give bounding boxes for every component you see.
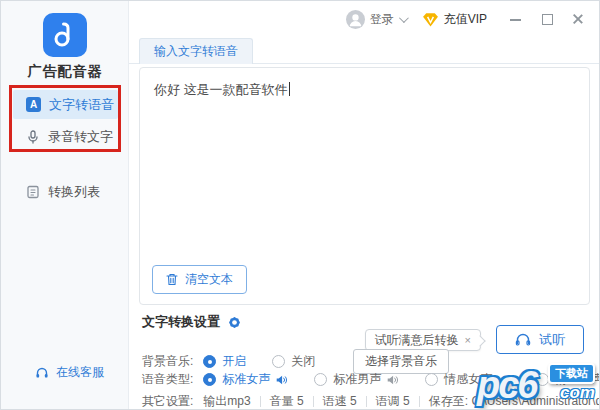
- tone-value: 语调 5: [376, 393, 410, 410]
- voice-type-row: 语音类型: 标准女声 标准男声 情感女声 情感男声: [142, 371, 600, 388]
- text-to-speech-icon: A: [26, 97, 41, 112]
- radio-standard-female[interactable]: [203, 373, 216, 386]
- speaker-icon[interactable]: [386, 374, 399, 386]
- titlebar: 登录 充值VIP: [129, 1, 599, 37]
- radio-emotional-male[interactable]: [536, 373, 549, 386]
- bgm-on-option[interactable]: 开启: [203, 353, 246, 370]
- settings-title: 文字转换设置: [142, 313, 242, 331]
- output-format-value: 输出mp3: [203, 393, 250, 410]
- text-caret: [289, 82, 290, 96]
- other-settings-row: 其它设置: 输出mp3 音量 5 语速 5 语调 5 保存至: C:\Users…: [142, 393, 600, 410]
- listen-label: 试听: [539, 331, 565, 349]
- sidebar-item-speech-to-text[interactable]: 录音转文字: [13, 122, 118, 151]
- listen-button[interactable]: 试听: [496, 325, 584, 354]
- close-icon[interactable]: [571, 12, 585, 26]
- vip-diamond-icon: [422, 12, 439, 27]
- clear-text-button[interactable]: 清空文本: [152, 265, 247, 294]
- vip-label: 充值VIP: [444, 11, 487, 28]
- voice-option-emotional-female[interactable]: 情感女声: [425, 371, 510, 388]
- login-label: 登录: [370, 11, 394, 28]
- conversion-list-icon: [26, 185, 40, 199]
- sidebar: 广告配音器 A 文字转语音 录音转文字 转换列表: [1, 1, 129, 409]
- customer-service-label: 在线客服: [56, 364, 104, 381]
- divider: [260, 396, 261, 407]
- window-controls: [509, 12, 585, 26]
- tab-bar: 输入文字转语音: [129, 38, 599, 64]
- headphones-icon: [515, 332, 531, 347]
- tooltip-close-icon[interactable]: ×: [465, 334, 471, 346]
- headset-icon: [35, 366, 49, 380]
- main-area: 登录 充值VIP 输入文字转语音 你好 这: [129, 1, 599, 409]
- bgm-off-option[interactable]: 关闭: [272, 353, 315, 370]
- sidebar-item-label: 文字转语音: [49, 96, 114, 114]
- divider: [419, 396, 420, 407]
- voice-option-standard-male[interactable]: 标准男声: [314, 371, 399, 388]
- sidebar-item-text-to-speech[interactable]: A 文字转语音: [13, 90, 118, 119]
- radio-on[interactable]: [203, 355, 216, 368]
- divider: [366, 396, 367, 407]
- minimize-icon[interactable]: [509, 12, 523, 26]
- voice-type-label: 语音类型:: [142, 371, 193, 388]
- editor-text: 你好 这是一款配音软件: [140, 68, 589, 112]
- bgm-label: 背景音乐:: [142, 353, 193, 370]
- user-avatar-icon: [346, 10, 365, 29]
- trash-icon: [166, 273, 178, 286]
- sidebar-item-label: 录音转文字: [48, 128, 113, 146]
- customer-service-link[interactable]: 在线客服: [35, 364, 104, 381]
- app-window: 广告配音器 A 文字转语音 录音转文字 转换列表: [0, 0, 600, 410]
- speaker-icon[interactable]: [497, 374, 510, 386]
- app-logo-icon: [43, 13, 87, 57]
- recharge-vip-button[interactable]: 充值VIP: [422, 11, 487, 28]
- convert-tooltip: 试听满意后转换 ×: [365, 329, 481, 351]
- volume-value: 音量 5: [270, 393, 304, 410]
- radio-off[interactable]: [272, 355, 285, 368]
- other-settings-label: 其它设置:: [142, 393, 193, 410]
- sidebar-item-conversion-list[interactable]: 转换列表: [13, 177, 118, 206]
- speaker-icon[interactable]: [275, 374, 288, 386]
- save-path-value: 保存至: C:\Users\Administrator\deskto: [429, 393, 600, 410]
- radio-emotional-female[interactable]: [425, 373, 438, 386]
- sidebar-item-label: 转换列表: [48, 183, 100, 201]
- maximize-icon[interactable]: [540, 12, 554, 26]
- text-input-area[interactable]: 你好 这是一款配音软件 清空文本: [139, 67, 590, 305]
- radio-standard-male[interactable]: [314, 373, 327, 386]
- gear-icon[interactable]: [227, 315, 242, 330]
- clear-text-label: 清空文本: [185, 271, 233, 288]
- chevron-down-icon: [399, 13, 409, 23]
- tab-input-text-to-speech[interactable]: 输入文字转语音: [139, 38, 253, 64]
- voice-option-emotional-male[interactable]: 情感男声: [536, 371, 600, 388]
- microphone-icon: [26, 130, 40, 144]
- speed-value: 语速 5: [323, 393, 357, 410]
- voice-option-standard-female[interactable]: 标准女声: [203, 371, 288, 388]
- divider: [313, 396, 314, 407]
- tooltip-text: 试听满意后转换: [375, 332, 459, 349]
- login-button[interactable]: 登录: [346, 10, 406, 29]
- app-title: 广告配音器: [1, 63, 129, 81]
